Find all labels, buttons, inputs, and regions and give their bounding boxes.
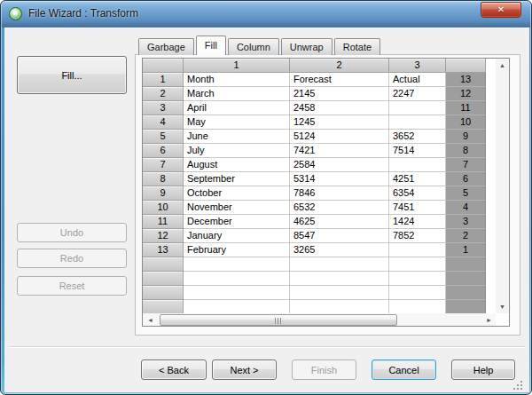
grid-corner-cell[interactable]	[143, 59, 184, 73]
help-button[interactable]: Help	[451, 359, 515, 380]
cell-col1[interactable]: July	[184, 144, 290, 158]
row-header-cell[interactable]	[143, 257, 184, 272]
cell-col1[interactable]: October	[184, 186, 290, 201]
cell-selected-column[interactable]	[446, 286, 486, 300]
cell-col3[interactable]	[389, 300, 446, 313]
scroll-left-icon[interactable]: ◄	[144, 313, 157, 327]
horizontal-scrollbar-thumb[interactable]	[160, 314, 397, 326]
cell-col2[interactable]: 2458	[290, 101, 389, 115]
column-header-4[interactable]	[446, 59, 486, 73]
row-header-cell[interactable]: 8	[143, 172, 184, 186]
cell-col3[interactable]	[389, 257, 446, 272]
cell-col2[interactable]	[290, 257, 389, 272]
row-header-cell[interactable]: 2	[143, 87, 184, 101]
column-header-2[interactable]: 2	[290, 59, 389, 73]
tab-fill[interactable]: Fill	[196, 36, 226, 55]
cell-col2[interactable]: 4625	[290, 215, 389, 229]
cell-selected-column[interactable]: 5	[446, 186, 486, 201]
row-header-cell[interactable]: 3	[143, 101, 184, 115]
finish-button[interactable]: Finish	[292, 359, 356, 380]
cell-selected-column[interactable]: 6	[446, 172, 486, 186]
cell-col2[interactable]: 7421	[290, 144, 389, 158]
next-button[interactable]: Next >	[212, 359, 277, 380]
cell-col2[interactable]	[290, 286, 389, 300]
cell-col3[interactable]	[389, 243, 446, 257]
row-header-cell[interactable]: 10	[143, 201, 184, 215]
cell-col3[interactable]: 3652	[389, 130, 446, 144]
row-header-cell[interactable]: 1	[143, 73, 184, 87]
row-header-cell[interactable]: 4	[143, 115, 184, 130]
cell-col3[interactable]	[389, 115, 446, 130]
row-header-cell[interactable]	[143, 300, 184, 313]
redo-button[interactable]: Redo	[17, 249, 127, 268]
cell-col2[interactable]: 7846	[290, 186, 389, 201]
horizontal-scrollbar[interactable]: ◄ ►	[143, 313, 496, 327]
scroll-down-icon[interactable]: ▼	[496, 300, 509, 313]
resize-grip[interactable]	[520, 388, 522, 390]
cell-selected-column[interactable]: 8	[446, 144, 486, 158]
column-header-1[interactable]: 1	[184, 59, 290, 73]
cell-col1[interactable]: November	[184, 201, 290, 215]
cell-col1[interactable]: May	[184, 115, 290, 130]
cell-col2[interactable]: 3265	[290, 243, 389, 257]
cell-col1[interactable]: March	[184, 87, 290, 101]
cell-col2[interactable]: 2584	[290, 158, 389, 172]
column-header-3[interactable]: 3	[389, 59, 446, 73]
cell-col3[interactable]	[389, 286, 446, 300]
cell-col1[interactable]: September	[184, 172, 290, 186]
row-header-cell[interactable]	[143, 272, 184, 286]
cell-col3[interactable]: 7451	[389, 201, 446, 215]
row-header-cell[interactable]	[143, 286, 184, 300]
cell-col3[interactable]: 4251	[389, 172, 446, 186]
cell-selected-column[interactable]: 3	[446, 215, 486, 229]
cell-col3[interactable]: 7852	[389, 229, 446, 243]
cell-selected-column[interactable]: 9	[446, 130, 486, 144]
cell-col1[interactable]	[184, 257, 290, 272]
tab-garbage[interactable]: Garbage	[138, 38, 194, 55]
undo-button[interactable]: Undo	[17, 223, 127, 242]
cell-selected-column[interactable]: 12	[446, 87, 486, 101]
cell-selected-column[interactable]: 2	[446, 229, 486, 243]
cell-col1[interactable]: February	[184, 243, 290, 257]
cancel-button[interactable]: Cancel	[372, 359, 436, 380]
tab-rotate[interactable]: Rotate	[334, 38, 380, 55]
row-header-cell[interactable]: 7	[143, 158, 184, 172]
cell-col3[interactable]	[389, 101, 446, 115]
scroll-right-icon[interactable]: ►	[482, 313, 496, 327]
cell-col1[interactable]: April	[184, 101, 290, 115]
back-button[interactable]: < Back	[141, 359, 207, 380]
cell-selected-column[interactable]	[446, 257, 486, 272]
cell-selected-column[interactable]: 10	[446, 115, 486, 130]
cell-col3[interactable]: 2247	[389, 87, 446, 101]
cell-col1[interactable]	[184, 286, 290, 300]
cell-col1[interactable]: January	[184, 229, 290, 243]
cell-selected-column[interactable]: 4	[446, 201, 486, 215]
cell-col3[interactable]: 7514	[389, 144, 446, 158]
cell-selected-column[interactable]: 1	[446, 243, 486, 257]
cell-col1[interactable]: December	[184, 215, 290, 229]
cell-col1[interactable]	[184, 300, 290, 313]
cell-col1[interactable]: August	[184, 158, 290, 172]
cell-selected-column[interactable]: 13	[446, 73, 486, 87]
cell-col2[interactable]: 1245	[290, 115, 389, 130]
cell-col2[interactable]: 2145	[290, 87, 389, 101]
tab-column[interactable]: Column	[228, 38, 279, 55]
cell-col2[interactable]: Forecast	[290, 73, 389, 87]
row-header-cell[interactable]: 5	[143, 130, 184, 144]
cell-selected-column[interactable]	[446, 272, 486, 286]
tab-unwrap[interactable]: Unwrap	[281, 38, 332, 55]
close-button[interactable]: ✕	[481, 2, 521, 18]
cell-col3[interactable]	[389, 158, 446, 172]
scroll-up-icon[interactable]: ▲	[496, 59, 509, 72]
row-header-cell[interactable]: 13	[143, 243, 184, 257]
row-header-cell[interactable]: 11	[143, 215, 184, 229]
fill-button[interactable]: Fill...	[17, 56, 127, 94]
vertical-scrollbar[interactable]: ▲ ▼	[496, 59, 509, 313]
cell-col1[interactable]	[184, 272, 290, 286]
cell-col3[interactable]: Actual	[389, 73, 446, 87]
cell-col2[interactable]: 6532	[290, 201, 389, 215]
reset-button[interactable]: Reset	[17, 276, 127, 296]
cell-col3[interactable]: 6354	[389, 186, 446, 201]
cell-selected-column[interactable]	[446, 300, 486, 313]
cell-col1[interactable]: Month	[184, 73, 290, 87]
